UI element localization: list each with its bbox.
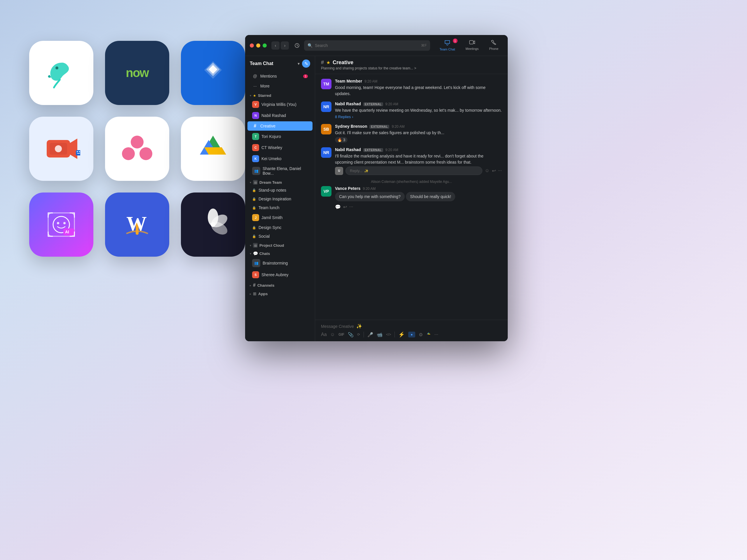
toolbar-huddle-btn[interactable]: ● bbox=[408, 331, 415, 338]
sidebar-item-sheree[interactable]: S Sheree Aubrey bbox=[248, 269, 312, 280]
project-cloud-folder-icon: ▤ bbox=[253, 243, 258, 248]
tab-meetings[interactable]: Meetings bbox=[461, 38, 484, 52]
vance-reply-btn[interactable]: 💬 bbox=[335, 204, 341, 210]
app-icon-googledrive[interactable] bbox=[181, 117, 245, 181]
sidebar-item-creative[interactable]: # Creative bbox=[248, 121, 312, 131]
msg3-text: Got it. I'll make sure the sales figures… bbox=[335, 130, 502, 136]
msg1-time: 9:20 AM bbox=[364, 79, 377, 83]
toolbar-record-btn[interactable]: ⟳ bbox=[357, 332, 360, 337]
msg2-replies[interactable]: 8 Replies › bbox=[335, 115, 353, 119]
toolbar-format-btn[interactable]: Aa bbox=[321, 332, 327, 337]
sidebar-item-shante[interactable]: 👥 Shante Elena, Daniel Bow... bbox=[248, 164, 312, 177]
phone-icon bbox=[491, 40, 496, 46]
msg3-reaction[interactable]: 🔥 3 bbox=[335, 137, 347, 143]
tori-label: Tori Kojuro bbox=[261, 134, 308, 139]
sidebar-item-ct[interactable]: C CT Wiseley bbox=[248, 142, 312, 153]
reply-box: U Reply... ✨ ☺ ↩ ··· bbox=[335, 166, 502, 175]
message-input-row: Message Creative ✨ bbox=[321, 323, 502, 329]
minimize-button[interactable] bbox=[256, 44, 260, 48]
sidebar-item-design-sync[interactable]: 🔒 Design Sync bbox=[248, 223, 312, 232]
app-icon-wordtune[interactable]: W bbox=[105, 192, 169, 257]
standup-lock-icon: 🔒 bbox=[252, 188, 256, 192]
sidebar-item-nabil[interactable]: N Nabil Rashad bbox=[248, 110, 312, 121]
app-icons-grid: now bbox=[29, 41, 245, 332]
design-sync-label: Design Sync bbox=[259, 225, 308, 230]
apps-section-header[interactable]: ▸ ⊞ Apps bbox=[245, 289, 315, 297]
app-icon-ai-scanner[interactable]: AI bbox=[29, 192, 93, 257]
sidebar-item-mentions[interactable]: @ Mentions 1 bbox=[248, 72, 312, 81]
msg1-avatar: TM bbox=[321, 79, 332, 89]
workspace-header[interactable]: Team Chat ▾ ✎ bbox=[245, 56, 315, 71]
starred-section-header[interactable]: ▾ ★ Starred bbox=[245, 91, 315, 99]
msg1-author: Team Member bbox=[335, 79, 362, 83]
reaction-emoji: 🔥 bbox=[337, 138, 342, 142]
reply-more-btn[interactable]: ··· bbox=[498, 168, 502, 174]
new-message-button[interactable]: ✎ bbox=[302, 59, 310, 68]
msg3-external-badge: EXTERNAL bbox=[369, 125, 389, 129]
vance-react-btn[interactable]: ↩ bbox=[343, 204, 347, 210]
vance-more-btn[interactable]: ··· bbox=[349, 204, 353, 210]
channel-header: # ★ Creative Planning and sharing projec… bbox=[315, 56, 508, 74]
msg3-time: 9:20 AM bbox=[392, 125, 405, 129]
sidebar-item-standup[interactable]: 🔒 Stand-up notes bbox=[248, 186, 312, 194]
reaction-count: 3 bbox=[343, 138, 345, 142]
toolbar-attach-btn[interactable]: 📎 bbox=[348, 332, 354, 338]
tab-team-chat[interactable]: Team Chat 1 bbox=[435, 38, 460, 52]
back-button[interactable]: ‹ bbox=[272, 42, 280, 50]
vance-author: Vance Peters bbox=[335, 186, 360, 191]
virginia-avatar: V bbox=[252, 101, 259, 108]
chats-section-header[interactable]: ▾ 💬 Chats bbox=[245, 249, 315, 257]
forward-button[interactable]: › bbox=[281, 42, 289, 50]
sidebar-item-tori[interactable]: T Tori Kojuro bbox=[248, 131, 312, 142]
tab-phone[interactable]: Phone bbox=[484, 38, 503, 52]
messages-area[interactable]: TM Team Member 9:20 AM Good morning, tea… bbox=[315, 74, 508, 320]
msg3-avatar: SB bbox=[321, 124, 332, 134]
sidebar-item-design-inspiration[interactable]: 🔒 Design Inspiration bbox=[248, 195, 312, 203]
message-input-placeholder: Message Creative bbox=[321, 324, 354, 329]
toolbar-settings-btn[interactable]: ⚙ bbox=[419, 332, 423, 338]
brainstorming-group-icon: 👥 bbox=[252, 259, 260, 267]
app-icon-screenpresso[interactable] bbox=[181, 192, 245, 257]
app-icon-jira[interactable] bbox=[181, 41, 245, 105]
traffic-lights bbox=[250, 44, 267, 48]
app-icon-servicenow[interactable]: now bbox=[105, 41, 169, 105]
sidebar-item-jamil[interactable]: J Jamil Smith bbox=[248, 212, 312, 223]
close-button[interactable] bbox=[250, 44, 254, 48]
sidebar-item-kei[interactable]: K Kei Umeko bbox=[248, 153, 312, 164]
toolbar-mic-btn[interactable]: 🎤 bbox=[367, 332, 373, 338]
search-input[interactable] bbox=[315, 43, 419, 48]
mentions-icon: @ bbox=[252, 73, 258, 79]
toolbar-emoji-btn[interactable]: ☺ bbox=[330, 332, 335, 337]
history-button[interactable] bbox=[292, 41, 302, 50]
sidebar-item-social[interactable]: 🔒 Social bbox=[248, 232, 312, 240]
vance-avatar: VP bbox=[321, 186, 332, 196]
toolbar-video-btn[interactable]: 📹 bbox=[377, 332, 383, 338]
toolbar-drive-btn[interactable] bbox=[426, 331, 431, 338]
reply-avatar: U bbox=[335, 167, 343, 175]
toolbar-code-btn[interactable]: </> bbox=[386, 332, 391, 337]
toolbar-gif-btn[interactable]: GIF bbox=[338, 332, 344, 337]
reply-forward-btn[interactable]: ↩ bbox=[492, 168, 496, 174]
svg-point-4 bbox=[55, 145, 62, 152]
app-icon-zoom[interactable] bbox=[29, 117, 93, 181]
apps-title: Apps bbox=[258, 292, 268, 296]
app-icon-hummingbird[interactable] bbox=[29, 41, 93, 105]
toolbar-more-btn[interactable]: ··· bbox=[435, 332, 438, 337]
toolbar-ai-btn[interactable]: ⚡ bbox=[398, 331, 405, 338]
maximize-button[interactable] bbox=[263, 44, 267, 48]
project-cloud-section-header[interactable]: ▾ ▤ Project Cloud bbox=[245, 241, 315, 249]
dream-team-section-header[interactable]: ▾ ▤ Dream Team bbox=[245, 178, 315, 186]
reply-emoji-btn[interactable]: ☺ bbox=[485, 168, 489, 174]
reply-input[interactable]: Reply... ✨ bbox=[345, 166, 482, 175]
social-label: Social bbox=[259, 234, 308, 239]
sidebar-item-team-lunch[interactable]: 🔒 Team lunch bbox=[248, 204, 312, 212]
sidebar-item-brainstorming[interactable]: 👥 Brainstorming bbox=[248, 257, 312, 269]
svg-marker-2 bbox=[70, 138, 77, 159]
system-message: Alison Coleman (she/her/hers) added Maye… bbox=[321, 180, 502, 184]
sidebar-item-more[interactable]: ··· More bbox=[248, 81, 312, 91]
sidebar-item-virginia[interactable]: V Virginia Willis (You) bbox=[248, 99, 312, 110]
app-icon-asana[interactable] bbox=[105, 117, 169, 181]
svg-text:AI: AI bbox=[65, 230, 69, 234]
search-bar[interactable]: 🔍 ⌘F bbox=[304, 40, 430, 51]
channels-section-header[interactable]: ▸ # Channels bbox=[245, 280, 315, 289]
